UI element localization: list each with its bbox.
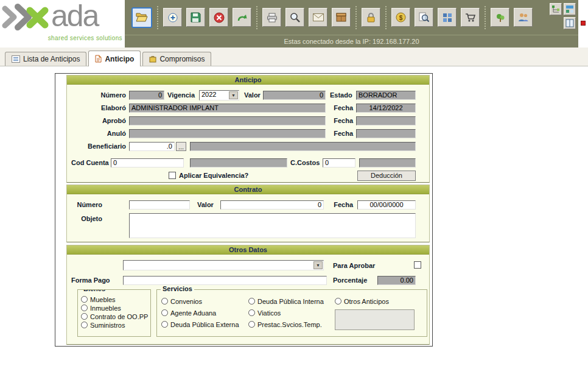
cart-button[interactable] [461, 8, 480, 27]
radio-icon[interactable] [161, 298, 168, 305]
radio-agente-aduana[interactable]: Agente Aduana [161, 309, 216, 317]
vigencia-label: Vigencia [167, 91, 195, 100]
radio-icon[interactable] [81, 296, 88, 303]
radio-deuda-publica-externa[interactable]: Deuda Pública Externa [161, 320, 239, 328]
bienes-groupbox: Bienes Muebles Inmuebles Contrato de OO.… [77, 289, 151, 337]
numero-field: 0 [129, 91, 164, 100]
search-icon [290, 12, 300, 23]
fecha-elaboro-label: Fecha [330, 104, 353, 113]
tree-view-button[interactable] [550, 3, 562, 15]
radio-suministros[interactable]: Suministros [81, 321, 125, 329]
cod-cuenta-input[interactable]: 0 [111, 158, 184, 167]
red-indicator[interactable] [581, 21, 586, 26]
radio-icon[interactable] [81, 313, 88, 320]
objeto-textarea[interactable] [129, 213, 416, 238]
radio-icon[interactable] [161, 309, 168, 316]
vigencia-select[interactable]: 2022 ▼ [199, 90, 239, 100]
radio-prestac-svcios-temp[interactable]: Prestac.Svcios.Temp. [248, 320, 322, 328]
radio-icon[interactable] [335, 298, 341, 305]
radio-icon[interactable] [161, 321, 168, 328]
radio-deuda-publica-interna[interactable]: Deuda Pública Interna [248, 297, 324, 305]
zoom-document-button[interactable] [415, 8, 433, 27]
main-toolbar: ada shared services solutions [0, 0, 588, 48]
para-aprobar-label: Para Aprobar [333, 261, 375, 270]
radio-label: Deuda Pública Interna [257, 298, 324, 305]
radio-label: Otros Anticipos [344, 298, 389, 305]
brand-chevrons-icon [1, 4, 54, 37]
window-split-button[interactable] [564, 17, 576, 29]
undo-icon [237, 13, 248, 23]
radio-convenios[interactable]: Convenios [161, 297, 202, 305]
radio-muebles[interactable]: Muebles [81, 295, 116, 303]
fecha-elaboro-field: 14/12/2022 [356, 104, 416, 113]
radio-label: Inmuebles [90, 305, 121, 312]
mail-icon [313, 13, 324, 21]
money-icon: $ [396, 12, 406, 23]
contrato-fecha-input[interactable]: 00/00/0000 [357, 200, 416, 210]
aprobo-field [129, 116, 326, 125]
lock-icon [366, 12, 376, 23]
users-icon [518, 13, 529, 22]
radio-icon[interactable] [248, 309, 255, 316]
toolbar-group [258, 8, 355, 27]
money-button[interactable]: $ [391, 8, 410, 27]
users-button[interactable] [514, 8, 533, 27]
contrato-section: Contrato Número Valor 0 Fecha 00/00/0000… [66, 185, 430, 242]
save-icon [191, 12, 201, 23]
delete-button[interactable] [209, 8, 228, 27]
tab-bar: Lista de Anticipos Anticipo Compromisos [0, 48, 588, 66]
open-folder-button[interactable] [131, 7, 152, 28]
right-edge-strip [578, 0, 588, 48]
panel-grid-button[interactable] [564, 3, 576, 15]
radio-label: Suministros [90, 322, 125, 329]
tab-anticipo[interactable]: Anticipo [88, 51, 141, 66]
otros-anticipos-field [335, 309, 415, 330]
para-aprobar-checkbox[interactable] [414, 261, 421, 269]
list-icon [12, 55, 20, 63]
search-button[interactable] [285, 8, 304, 27]
undo-button[interactable] [233, 8, 251, 27]
tab-compromisos[interactable]: Compromisos [142, 52, 211, 66]
radio-contrato-oopp[interactable]: Contrato de OO.PP [81, 312, 148, 320]
radio-otros-anticipos[interactable]: Otros Anticipos [335, 297, 389, 305]
package-button[interactable] [332, 8, 351, 27]
contrato-section-header: Contrato [67, 185, 429, 194]
tipo-anticipo-select[interactable]: ▼ [123, 260, 324, 270]
radio-icon[interactable] [248, 321, 255, 328]
toolbar-separator [355, 6, 357, 29]
fecha-anulo-field [356, 129, 416, 138]
chevron-down-icon[interactable]: ▼ [313, 261, 323, 269]
plant-button[interactable] [491, 8, 509, 27]
mail-button[interactable] [309, 8, 327, 27]
chevron-down-icon[interactable]: ▼ [229, 91, 238, 99]
radio-inmuebles[interactable]: Inmuebles [81, 304, 121, 312]
radio-icon[interactable] [248, 298, 255, 305]
tree-view-icon [551, 5, 560, 13]
radio-icon[interactable] [81, 305, 88, 311]
brand-name: ada [51, 0, 98, 34]
aplicar-equivalencia-checkbox[interactable] [169, 172, 176, 179]
numero-label: Número [67, 91, 126, 100]
beneficiario-lookup-button[interactable]: ... [176, 142, 186, 151]
lock-button[interactable] [362, 8, 380, 27]
data-grid-button[interactable] [438, 8, 457, 27]
otros-datos-section: Otros Datos ▼ Para Aprobar Forma Pago Po… [66, 245, 430, 345]
contrato-numero-input[interactable] [129, 200, 190, 210]
new-record-button[interactable] [163, 8, 182, 27]
cod-cuenta-label: Cod Cuenta [71, 158, 109, 167]
cod-cuenta-desc-field [190, 158, 287, 167]
forma-pago-input[interactable] [123, 276, 327, 285]
beneficiario-label: Beneficiario [67, 142, 126, 151]
connection-status: Estas conectado desde la IP: 192.168.177… [125, 35, 578, 48]
deduccion-button[interactable]: Deducción [357, 171, 416, 181]
c-costos-input[interactable]: 0 [323, 158, 355, 167]
print-button[interactable] [262, 8, 281, 27]
radio-viaticos[interactable]: Viaticos [248, 309, 281, 317]
porcentaje-label: Porcentaje [333, 276, 367, 285]
save-button[interactable] [186, 8, 205, 27]
contrato-valor-input[interactable]: 0 [220, 200, 324, 210]
beneficiario-input[interactable]: .0 [129, 142, 175, 151]
toolbar-separator [485, 6, 486, 29]
tab-lista-de-anticipos[interactable]: Lista de Anticipos [5, 52, 86, 66]
radio-icon[interactable] [81, 322, 88, 328]
